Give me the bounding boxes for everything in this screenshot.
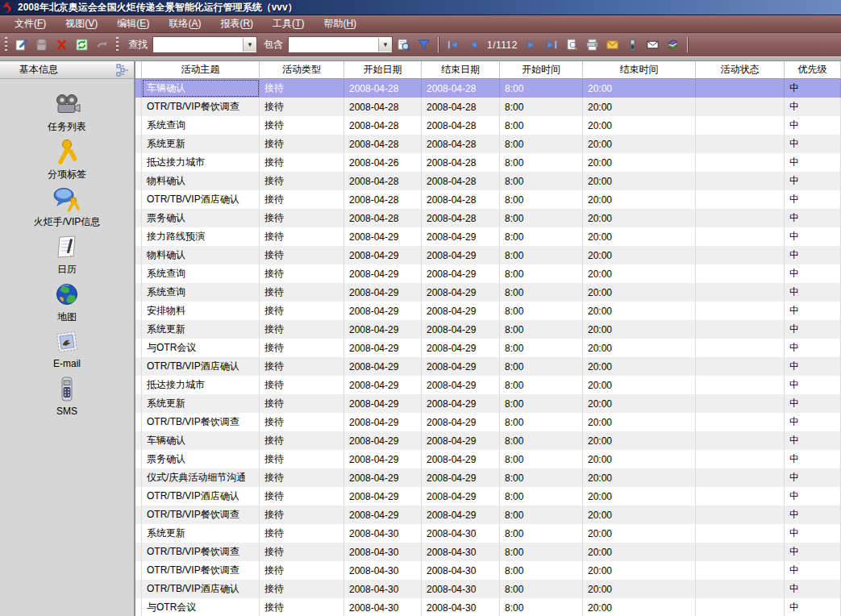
table-cell[interactable]: 2008-04-29 [344, 394, 422, 413]
table-cell[interactable]: 2008-04-29 [344, 450, 422, 468]
table-cell[interactable] [696, 302, 785, 320]
small-icons-view-icon[interactable] [116, 64, 129, 77]
table-cell[interactable]: 接待 [260, 116, 344, 135]
table-cell[interactable] [696, 376, 785, 394]
table-cell[interactable] [696, 98, 785, 116]
table-cell[interactable]: 8:00 [500, 264, 583, 283]
delete-button[interactable] [52, 35, 71, 54]
table-row[interactable]: 系统更新接待2008-04-292008-04-298:0020:00中 [135, 394, 841, 413]
table-cell[interactable]: 接待 [260, 135, 344, 153]
table-cell[interactable]: 中 [785, 598, 841, 616]
table-cell[interactable]: 2008-04-28 [422, 153, 500, 172]
table-cell[interactable]: 中 [785, 98, 841, 116]
table-cell[interactable]: 中 [785, 116, 841, 135]
table-cell[interactable]: 中 [785, 431, 841, 450]
table-cell[interactable] [696, 339, 785, 357]
column-header[interactable]: 活动类型 [260, 61, 344, 79]
table-cell[interactable]: 2008-04-30 [422, 580, 500, 598]
table-cell[interactable]: 8:00 [500, 394, 583, 413]
table-cell[interactable] [696, 543, 785, 561]
table-cell[interactable]: 8:00 [500, 580, 583, 598]
undo-button[interactable] [93, 35, 111, 54]
table-cell[interactable]: 2008-04-29 [422, 487, 500, 506]
table-row[interactable]: 系统更新接待2008-04-282008-04-288:0020:00中 [135, 135, 841, 153]
table-cell[interactable]: 仪式/庆典活动细节沟通 [142, 468, 260, 487]
table-cell[interactable]: 接待 [260, 524, 344, 543]
table-cell[interactable]: 8:00 [500, 172, 583, 190]
table-cell[interactable]: 中 [785, 209, 841, 227]
table-cell[interactable]: 20:00 [583, 524, 696, 543]
send-mail-button[interactable] [603, 35, 622, 54]
table-cell[interactable]: 20:00 [583, 506, 696, 524]
table-cell[interactable]: 抵达接力城市 [142, 153, 260, 172]
table-cell[interactable]: 2008-04-29 [344, 487, 422, 506]
table-cell[interactable]: 2008-04-30 [344, 524, 422, 543]
table-cell[interactable]: 2008-04-30 [422, 524, 500, 543]
save-button[interactable] [32, 35, 51, 54]
table-cell[interactable]: 2008-04-30 [344, 598, 422, 616]
table-cell[interactable]: 接待 [260, 431, 344, 450]
table-cell[interactable]: 2008-04-29 [422, 376, 500, 394]
send-sms-button[interactable] [623, 35, 642, 54]
table-row[interactable]: 物料确认接待2008-04-292008-04-298:0020:00中 [135, 246, 841, 264]
table-row[interactable]: 系统查询接待2008-04-292008-04-298:0020:00中 [135, 283, 841, 302]
table-cell[interactable]: 车辆确认 [142, 431, 260, 450]
table-cell[interactable]: 2008-04-29 [344, 376, 422, 394]
table-cell[interactable] [696, 209, 785, 227]
table-cell[interactable]: 2008-04-29 [422, 264, 500, 283]
sidebar-item-map[interactable]: 地图 [6, 281, 127, 328]
table-cell[interactable]: 接待 [260, 302, 344, 320]
table-cell[interactable]: 8:00 [500, 339, 583, 357]
table-cell[interactable]: 2008-04-30 [344, 580, 422, 598]
print-preview-button[interactable] [563, 35, 581, 54]
table-row[interactable]: OTR/TB/VIP酒店确认接待2008-04-302008-04-308:00… [135, 580, 841, 598]
help-books-button[interactable] [664, 35, 682, 54]
table-cell[interactable] [696, 450, 785, 468]
table-cell[interactable] [696, 227, 785, 246]
table-cell[interactable]: OTR/TB/VIP酒店确认 [142, 580, 260, 598]
table-cell[interactable]: 8:00 [500, 190, 583, 209]
table-cell[interactable]: 20:00 [583, 264, 696, 283]
table-row[interactable]: 安排物料接待2008-04-292008-04-298:0020:00中 [135, 302, 841, 320]
table-cell[interactable]: 接待 [260, 506, 344, 524]
table-row[interactable]: OTR/TB/VIP酒店确认接待2008-04-292008-04-298:00… [135, 357, 841, 376]
table-row[interactable]: OTR/TB/VIP餐饮调查接待2008-04-292008-04-298:00… [135, 413, 841, 431]
table-cell[interactable]: 2008-04-28 [344, 209, 422, 227]
table-cell[interactable] [696, 264, 785, 283]
table-cell[interactable] [696, 320, 785, 339]
menu-item[interactable]: 编辑(E) [107, 15, 159, 32]
table-cell[interactable]: 中 [785, 450, 841, 468]
table-cell[interactable]: 2008-04-29 [344, 468, 422, 487]
menu-item[interactable]: 帮助(H) [314, 15, 366, 32]
table-cell[interactable]: 20:00 [583, 190, 696, 209]
table-cell[interactable]: 中 [785, 580, 841, 598]
table-cell[interactable]: 20:00 [583, 561, 696, 580]
sidebar-item-torchbearer-vip[interactable]: 火炬手/VIP信息 [6, 185, 127, 233]
table-cell[interactable]: 系统更新 [142, 135, 260, 153]
table-cell[interactable]: 接待 [260, 413, 344, 431]
table-cell[interactable]: 中 [785, 543, 841, 561]
table-cell[interactable]: 2008-04-29 [344, 431, 422, 450]
table-cell[interactable]: 2008-04-26 [344, 153, 422, 172]
table-cell[interactable]: 中 [785, 394, 841, 413]
table-cell[interactable]: 系统更新 [142, 320, 260, 339]
table-row[interactable]: 系统查询接待2008-04-282008-04-288:0020:00中 [135, 116, 841, 135]
table-cell[interactable] [696, 283, 785, 302]
table-cell[interactable]: 中 [785, 153, 841, 172]
table-cell[interactable]: 20:00 [583, 580, 696, 598]
table-cell[interactable]: 20:00 [583, 450, 696, 468]
table-cell[interactable]: 中 [785, 339, 841, 357]
table-cell[interactable]: OTR/TB/VIP餐饮调查 [142, 561, 260, 580]
table-cell[interactable] [696, 524, 785, 543]
table-cell[interactable]: 20:00 [583, 172, 696, 190]
table-row[interactable]: 与OTR会议接待2008-04-292008-04-298:0020:00中 [135, 339, 841, 357]
table-cell[interactable]: 接待 [260, 357, 344, 376]
table-cell[interactable]: 2008-04-28 [344, 172, 422, 190]
table-cell[interactable]: 2008-04-28 [344, 79, 422, 98]
table-cell[interactable]: 接待 [260, 264, 344, 283]
table-cell[interactable]: 2008-04-30 [344, 561, 422, 580]
table-cell[interactable]: 2008-04-29 [344, 357, 422, 376]
table-cell[interactable]: 中 [785, 264, 841, 283]
table-cell[interactable]: 2008-04-28 [422, 79, 500, 98]
table-cell[interactable]: 2008-04-28 [422, 98, 500, 116]
